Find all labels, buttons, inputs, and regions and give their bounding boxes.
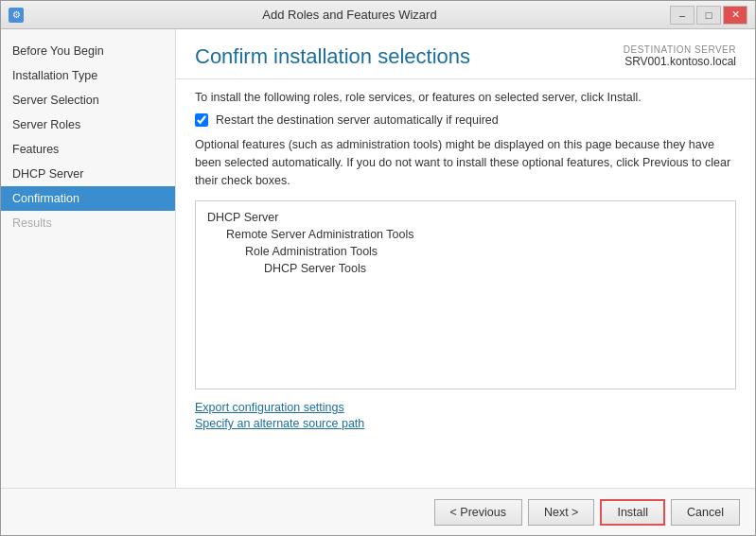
links-section: Export configuration settings Specify an…: [195, 401, 736, 430]
destination-info: DESTINATION SERVER SRV001.kontoso.local: [624, 44, 736, 68]
sidebar-item-before-you-begin[interactable]: Before You Begin: [1, 39, 175, 63]
title-bar-buttons: – □ ✕: [670, 6, 747, 25]
previous-button[interactable]: < Previous: [434, 499, 522, 526]
window-title: Add Roles and Features Wizard: [29, 8, 670, 22]
restart-checkbox[interactable]: [195, 113, 208, 127]
install-button[interactable]: Install: [600, 499, 665, 526]
footer: < Previous Next > Install Cancel: [1, 488, 755, 535]
header-section: Confirm installation selections DESTINAT…: [176, 29, 755, 79]
sidebar-item-dhcp-server[interactable]: DHCP Server: [1, 162, 175, 186]
title-bar: ⚙ Add Roles and Features Wizard – □ ✕: [1, 1, 755, 29]
export-config-link[interactable]: Export configuration settings: [195, 401, 736, 414]
main-panel: Confirm installation selections DESTINAT…: [176, 29, 755, 488]
maximize-button[interactable]: □: [696, 6, 721, 25]
sidebar: Before You Begin Installation Type Serve…: [1, 29, 176, 488]
sidebar-item-installation-type[interactable]: Installation Type: [1, 63, 175, 88]
sidebar-item-features[interactable]: Features: [1, 137, 175, 162]
sidebar-item-server-roles[interactable]: Server Roles: [1, 112, 175, 137]
wizard-window: ⚙ Add Roles and Features Wizard – □ ✕ Be…: [0, 0, 756, 536]
destination-server: SRV001.kontoso.local: [624, 55, 736, 68]
restart-checkbox-row: Restart the destination server automatic…: [195, 113, 736, 127]
destination-label: DESTINATION SERVER: [624, 44, 736, 55]
alternate-source-link[interactable]: Specify an alternate source path: [195, 417, 736, 430]
features-box: DHCP Server Remote Server Administration…: [195, 200, 736, 389]
minimize-button[interactable]: –: [670, 6, 694, 25]
feature-item-dhcp-tools: DHCP Server Tools: [207, 260, 724, 277]
optional-notice: Optional features (such as administratio…: [195, 136, 736, 189]
feature-item-dhcp: DHCP Server: [207, 209, 724, 226]
sidebar-item-results: Results: [1, 211, 175, 235]
page-title: Confirm installation selections: [195, 44, 470, 69]
feature-item-role-admin: Role Administration Tools: [207, 243, 724, 260]
close-button[interactable]: ✕: [723, 6, 747, 25]
install-notice: To install the following roles, role ser…: [195, 91, 736, 104]
window-icon: ⚙: [9, 8, 24, 23]
cancel-button[interactable]: Cancel: [671, 499, 740, 526]
feature-item-rsat: Remote Server Administration Tools: [207, 226, 724, 243]
body-content: To install the following roles, role ser…: [176, 79, 755, 488]
restart-checkbox-label[interactable]: Restart the destination server automatic…: [216, 113, 499, 127]
sidebar-item-server-selection[interactable]: Server Selection: [1, 88, 175, 112]
next-button[interactable]: Next >: [528, 499, 594, 526]
sidebar-item-confirmation[interactable]: Confirmation: [1, 186, 175, 211]
content-area: Before You Begin Installation Type Serve…: [1, 29, 755, 488]
